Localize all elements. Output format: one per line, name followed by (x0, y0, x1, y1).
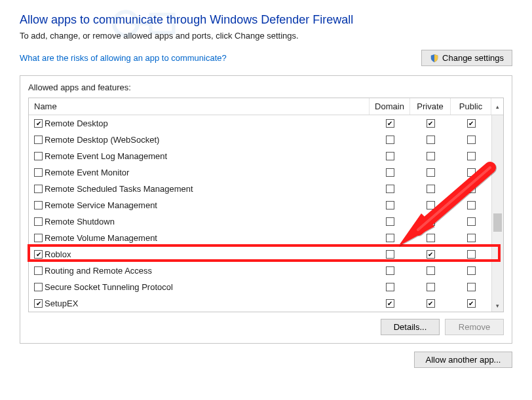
allowed-apps-panel: Allowed apps and features: Name Domain P… (20, 75, 512, 344)
app-name-label: Routing and Remote Access (45, 266, 152, 276)
domain-checkbox[interactable] (386, 217, 394, 226)
change-settings-label: Change settings (442, 53, 504, 63)
app-enabled-checkbox[interactable] (34, 136, 43, 144)
public-checkbox[interactable] (467, 136, 476, 144)
table-row[interactable]: Remote Volume Management (29, 230, 503, 246)
app-name-label: SetupEX (45, 299, 78, 308)
col-domain[interactable]: Domain (370, 98, 410, 115)
app-enabled-checkbox[interactable] (34, 299, 43, 308)
app-name-label: Roblox (45, 249, 71, 259)
app-name-label: Remote Desktop (WebSocket) (45, 135, 159, 145)
risks-link[interactable]: What are the risks of allowing an app to… (20, 53, 227, 63)
private-checkbox[interactable] (427, 283, 435, 291)
change-settings-button[interactable]: Change settings (421, 50, 512, 66)
page-subtitle: To add, change, or remove allowed apps a… (20, 31, 512, 41)
page-title: Allow apps to communicate through Window… (20, 13, 512, 27)
domain-checkbox[interactable] (386, 201, 394, 209)
app-name-label: Secure Socket Tunneling Protocol (45, 282, 173, 292)
app-name-label: Remote Service Management (45, 200, 157, 210)
scroll-up-button[interactable]: ▴ (491, 103, 503, 110)
public-checkbox[interactable] (467, 217, 476, 226)
public-checkbox[interactable] (467, 283, 476, 291)
private-checkbox[interactable] (427, 250, 435, 259)
table-row[interactable]: Remote Desktop (29, 115, 503, 132)
public-checkbox[interactable] (467, 119, 476, 128)
app-enabled-checkbox[interactable] (34, 283, 43, 291)
private-checkbox[interactable] (427, 168, 435, 177)
table-row[interactable]: Routing and Remote Access (29, 263, 503, 279)
table-row[interactable]: SetupEX (29, 295, 503, 312)
scrollbar[interactable]: ▾ (491, 115, 503, 312)
app-enabled-checkbox[interactable] (34, 217, 43, 226)
public-checkbox[interactable] (467, 152, 476, 160)
col-private[interactable]: Private (410, 98, 451, 115)
scroll-down-button[interactable]: ▾ (492, 300, 503, 312)
table-row[interactable]: Remote Shutdown (29, 213, 503, 230)
domain-checkbox[interactable] (386, 234, 394, 242)
app-enabled-checkbox[interactable] (34, 185, 43, 193)
public-checkbox[interactable] (467, 299, 476, 308)
private-checkbox[interactable] (427, 119, 435, 128)
table-row[interactable]: Remote Scheduled Tasks Management (29, 181, 503, 197)
app-name-label: Remote Desktop (45, 118, 108, 128)
domain-checkbox[interactable] (386, 185, 394, 193)
public-checkbox[interactable] (467, 266, 476, 275)
app-enabled-checkbox[interactable] (34, 201, 43, 209)
table-row[interactable]: Remote Service Management (29, 197, 503, 213)
app-enabled-checkbox[interactable] (34, 234, 43, 242)
public-checkbox[interactable] (467, 250, 476, 259)
private-checkbox[interactable] (427, 152, 435, 160)
table-header: Name Domain Private Public ▴ (29, 98, 503, 115)
shield-icon (430, 54, 439, 63)
app-enabled-checkbox[interactable] (34, 119, 43, 128)
app-name-label: Remote Scheduled Tasks Management (45, 184, 193, 194)
app-enabled-checkbox[interactable] (34, 250, 43, 259)
public-checkbox[interactable] (467, 168, 476, 177)
public-checkbox[interactable] (467, 185, 476, 193)
scroll-thumb[interactable] (493, 213, 502, 232)
allow-another-app-button[interactable]: Allow another app... (414, 352, 512, 368)
domain-checkbox[interactable] (386, 168, 394, 177)
details-button[interactable]: Details... (381, 319, 440, 335)
table-row[interactable]: Roblox (29, 246, 503, 263)
table-row[interactable]: Remote Desktop (WebSocket) (29, 132, 503, 148)
col-public[interactable]: Public (451, 98, 491, 115)
app-name-label: Remote Volume Management (45, 233, 157, 243)
private-checkbox[interactable] (427, 185, 435, 193)
public-checkbox[interactable] (467, 201, 476, 209)
domain-checkbox[interactable] (386, 250, 394, 259)
table-row[interactable]: Remote Event Log Management (29, 148, 503, 164)
domain-checkbox[interactable] (386, 283, 394, 291)
app-name-label: Remote Event Log Management (45, 151, 167, 161)
private-checkbox[interactable] (427, 136, 435, 144)
table-row[interactable]: Secure Socket Tunneling Protocol (29, 279, 503, 295)
app-name-label: Remote Event Monitor (45, 168, 129, 177)
table-row[interactable]: Remote Event Monitor (29, 164, 503, 181)
domain-checkbox[interactable] (386, 266, 394, 275)
panel-label: Allowed apps and features: (28, 82, 504, 92)
domain-checkbox[interactable] (386, 136, 394, 144)
app-enabled-checkbox[interactable] (34, 152, 43, 160)
app-enabled-checkbox[interactable] (34, 266, 43, 275)
col-name[interactable]: Name (29, 98, 370, 115)
private-checkbox[interactable] (427, 266, 435, 275)
private-checkbox[interactable] (427, 234, 435, 242)
private-checkbox[interactable] (427, 299, 435, 308)
table-body: Remote DesktopRemote Desktop (WebSocket)… (29, 115, 503, 312)
app-enabled-checkbox[interactable] (34, 168, 43, 177)
private-checkbox[interactable] (427, 217, 435, 226)
app-name-label: Remote Shutdown (45, 217, 115, 227)
domain-checkbox[interactable] (386, 299, 394, 308)
private-checkbox[interactable] (427, 201, 435, 209)
apps-table: Name Domain Private Public ▴ Remote Desk… (28, 98, 504, 312)
public-checkbox[interactable] (467, 234, 476, 242)
domain-checkbox[interactable] (386, 152, 394, 160)
remove-button[interactable]: Remove (445, 319, 504, 335)
domain-checkbox[interactable] (386, 119, 394, 128)
